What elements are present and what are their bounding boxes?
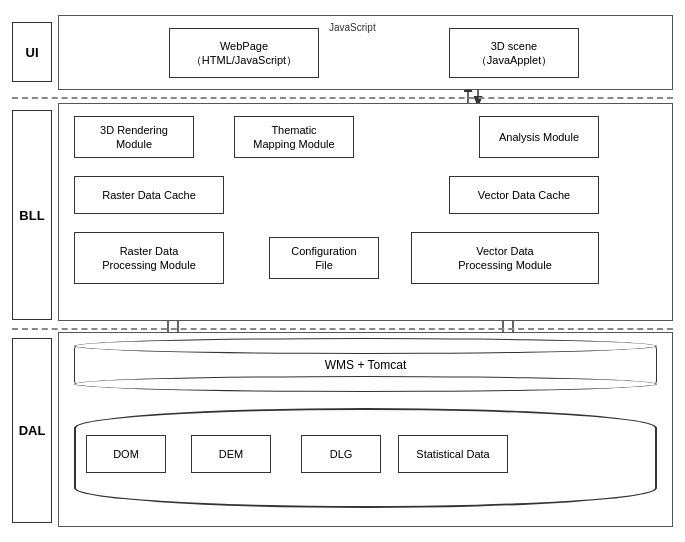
analysis-module: Analysis Module: [479, 116, 599, 158]
dashed-divider-1: [12, 97, 673, 99]
rendering-module: 3D RenderingModule: [74, 116, 194, 158]
ui-label: UI: [12, 22, 52, 82]
statistical-module: Statistical Data: [398, 435, 508, 473]
architecture-diagram: UI WebPage（HTML/JavaScript） JavaScript 3…: [0, 0, 685, 542]
thematic-module: ThematicMapping Module: [234, 116, 354, 158]
dal-label: DAL: [12, 338, 52, 523]
dem-module: DEM: [191, 435, 271, 473]
bll-label: BLL: [12, 110, 52, 320]
bll-layer-box: 3D RenderingModule ThematicMapping Modul…: [58, 103, 673, 321]
dlg-module: DLG: [301, 435, 381, 473]
vector-processing-module: Vector DataProcessing Module: [411, 232, 599, 284]
dal-layer-box: WMS + Tomcat DOM DEM DLG Statistical Dat…: [58, 332, 673, 527]
vector-cache-module: Vector Data Cache: [449, 176, 599, 214]
webpage-module: WebPage（HTML/JavaScript）: [169, 28, 319, 78]
raster-processing-module: Raster DataProcessing Module: [74, 232, 224, 284]
dom-module: DOM: [86, 435, 166, 473]
database-shape: DOM DEM DLG Statistical Data: [74, 408, 657, 508]
dashed-divider-2: [12, 328, 673, 330]
javascript-label: JavaScript: [329, 22, 376, 33]
ui-layer-box: WebPage（HTML/JavaScript） JavaScript 3D s…: [58, 15, 673, 90]
scene-module: 3D scene（JavaApplet）: [449, 28, 579, 78]
wms-tomcat-module: WMS + Tomcat: [74, 345, 657, 385]
config-file-module: ConfigurationFile: [269, 237, 379, 279]
raster-cache-module: Raster Data Cache: [74, 176, 224, 214]
